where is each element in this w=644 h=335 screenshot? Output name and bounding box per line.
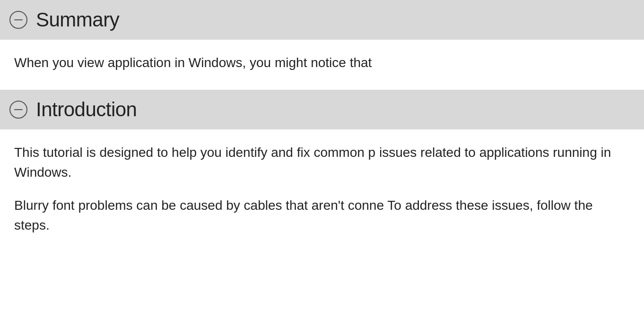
- section-gap: [0, 86, 644, 90]
- introduction-section-content: This tutorial is designed to help you id…: [0, 129, 644, 249]
- introduction-paragraph-1: This tutorial is designed to help you id…: [14, 143, 630, 182]
- summary-section-title: Summary: [36, 9, 119, 31]
- summary-collapse-icon[interactable]: [9, 11, 27, 29]
- summary-paragraph-1: When you view application in Windows, yo…: [14, 53, 630, 73]
- introduction-section-title: Introduction: [36, 98, 137, 121]
- introduction-paragraph-2: Blurry font problems can be caused by ca…: [14, 196, 630, 235]
- summary-section-header: Summary: [0, 0, 644, 40]
- page-container: Summary When you view application in Win…: [0, 0, 644, 335]
- introduction-collapse-icon[interactable]: [9, 101, 27, 119]
- introduction-section-header: Introduction: [0, 90, 644, 129]
- summary-section-content: When you view application in Windows, yo…: [0, 40, 644, 86]
